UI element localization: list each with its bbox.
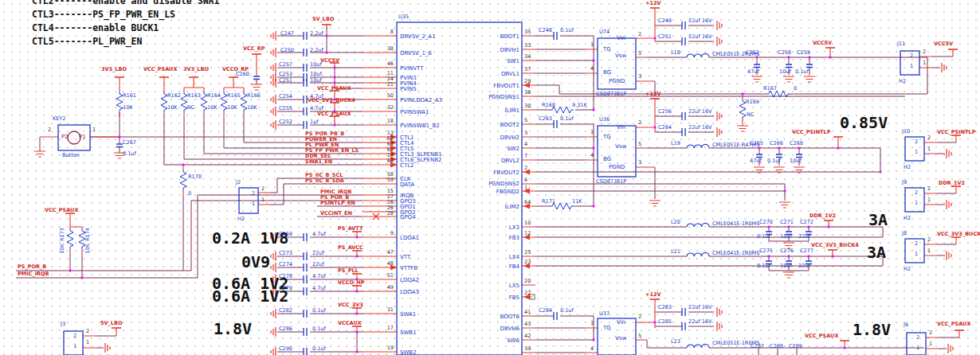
pin-number: 64 xyxy=(524,199,531,205)
res-value: 0 xyxy=(794,85,797,92)
voltage-annotation: 0.2A 1V8 xyxy=(212,228,288,248)
pin-name: LDOA3 xyxy=(400,289,419,295)
pin-number: 1 xyxy=(927,197,931,203)
net-label: VCCINT_EN xyxy=(320,210,352,217)
pin-number: 36 xyxy=(524,89,531,96)
pin-number: 1 xyxy=(524,185,527,191)
refdes: R166 xyxy=(247,92,261,99)
pin-number: 1 xyxy=(590,41,594,48)
power-net-label: VCC_3V3_BUCK4 xyxy=(937,231,980,237)
inductor-part: CMLE041E-1R0MS xyxy=(712,220,759,227)
res-value: 10K xyxy=(59,244,65,254)
pin-name: FB4 xyxy=(480,263,519,270)
pin-number: 49 xyxy=(365,284,394,291)
refdes: C258 xyxy=(778,49,791,56)
junction-dot xyxy=(879,170,881,173)
power-net-label: DDR_1V2 xyxy=(809,213,836,219)
pin-number: 2 xyxy=(73,333,76,339)
connector-part: H2 xyxy=(899,78,906,84)
cap-value: 4.7uf xyxy=(310,105,323,111)
cap-value: 22uf 16V xyxy=(688,124,711,131)
refdes: C267 xyxy=(123,139,136,146)
cap-value: 22uf 16V xyxy=(688,108,711,115)
pin-name: PVINLDOA2_A3 xyxy=(400,97,442,103)
pin-name: SW6 xyxy=(480,337,519,344)
pin-name: PGNDSNS1 xyxy=(480,94,519,100)
pin-number: 4 xyxy=(590,345,594,352)
voltage-annotation: 3A xyxy=(868,210,888,229)
power-net-label: VCC5V xyxy=(934,41,953,47)
cap-value: 10uf xyxy=(780,233,792,240)
refdes: C275 xyxy=(759,248,773,254)
refdes: C251 xyxy=(658,33,672,40)
pin-name: FBVOUT2 xyxy=(480,170,519,176)
power-net-label: VCC_PSAUX xyxy=(805,333,838,339)
power-net-label: VCC_PSAUX xyxy=(317,85,351,92)
refdes: C266 xyxy=(770,140,783,146)
net-label: PSINTLP_EN xyxy=(320,200,355,206)
refdes: U36 xyxy=(599,116,610,123)
junction-dot xyxy=(831,255,833,257)
refdes: C271 xyxy=(780,219,794,225)
net-label: PS_AVCC xyxy=(338,244,363,251)
pin-number: 1 xyxy=(927,146,931,152)
junction-dot xyxy=(807,255,809,257)
refdes: R167 xyxy=(763,85,777,92)
refdes: R174 xyxy=(84,228,91,241)
power-net-label: 3V3_LBO xyxy=(183,66,209,72)
power-net-label: +12V xyxy=(645,291,661,298)
pin-number: 1 xyxy=(915,251,918,257)
pin-number: 2 xyxy=(927,185,931,192)
junction-dot xyxy=(653,37,656,39)
connector-refdes: J6 xyxy=(904,322,908,328)
cap-value: 1uf xyxy=(310,119,319,125)
pin-name: LX5 xyxy=(480,283,519,289)
pin-number: 2 xyxy=(638,314,641,320)
refdes: L19 xyxy=(671,140,680,146)
cap-value: 10uf xyxy=(780,263,792,269)
refdes: L20 xyxy=(671,219,680,225)
pin-name: LX3 xyxy=(480,224,519,231)
pin-name: P2 xyxy=(61,134,69,140)
pin-number: 2 xyxy=(916,334,919,341)
cap-value: 22uf xyxy=(798,263,810,269)
pin-number: 2 xyxy=(48,127,51,133)
pin-name: PVIN5 xyxy=(400,86,417,92)
res-value: 10K xyxy=(123,104,133,111)
junction-dot xyxy=(355,255,358,257)
refdes: C272 xyxy=(800,219,813,225)
pin-name: BOOT1 xyxy=(480,33,519,40)
cap-value: 0.1uf xyxy=(312,345,326,352)
pin-number: 34 xyxy=(524,53,531,60)
pin-name: Vin xyxy=(617,319,625,326)
power-net-label: VCC5V xyxy=(813,40,832,46)
junction-dot xyxy=(355,350,358,353)
pin-name: PVINSWB1_B2 xyxy=(400,123,440,129)
pin-number: 23 xyxy=(524,259,531,265)
inductor-part: CMLE041E-1R0MS xyxy=(712,250,759,256)
pin-number: 28 xyxy=(365,210,394,217)
pin-number: 1 xyxy=(910,63,913,69)
refdes: R168 xyxy=(542,102,555,108)
junction-dot xyxy=(118,135,120,138)
pin-name: LDOA2 xyxy=(400,277,419,283)
junction-dot xyxy=(798,146,800,149)
pin-number: 18 xyxy=(365,118,394,124)
note-ctl2: CTL2-------enable and disable SWA1 xyxy=(32,0,219,6)
inductor-part: CMLE051E-2R2MS xyxy=(712,51,759,57)
res-value: 0 xyxy=(188,190,191,197)
pin-number: 2 xyxy=(252,190,255,197)
junction-dot xyxy=(592,146,594,149)
cap-value: 10uf xyxy=(790,158,802,164)
refdes: C248 xyxy=(539,27,552,33)
pin-number: 1 xyxy=(927,248,931,254)
pin-name: VTTFB xyxy=(400,265,417,271)
cap-value: 0.1uf xyxy=(560,307,574,314)
refdes: C252 xyxy=(279,119,292,125)
cap-value: 0.1uf xyxy=(795,68,809,75)
pin-number: 19 xyxy=(365,345,394,351)
net-label: PS_POR_B xyxy=(18,263,46,270)
refdes: C273 xyxy=(279,250,292,256)
refdes: C270 xyxy=(759,219,773,225)
pin-number: 1 xyxy=(916,345,919,351)
